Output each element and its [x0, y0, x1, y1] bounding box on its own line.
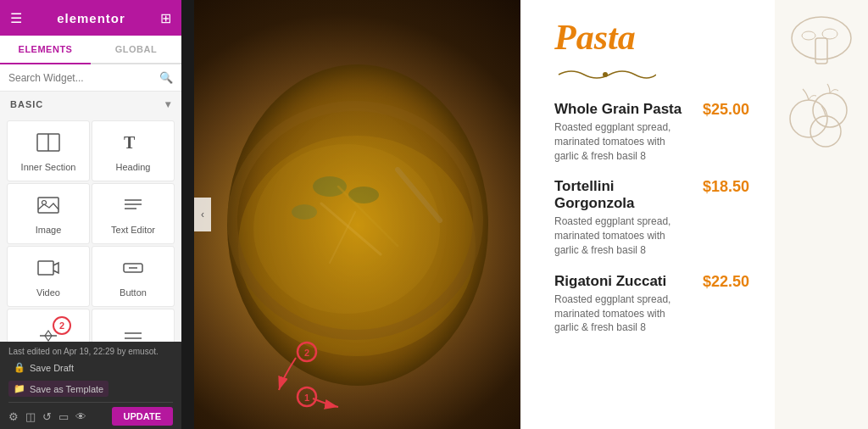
logo: elementor	[57, 11, 125, 25]
button-icon	[122, 259, 144, 282]
bottom-actions-2: 📁 Save as Template	[8, 381, 173, 397]
history-icon[interactable]: ↺	[42, 410, 52, 423]
menu-item-desc-2: Roasted eggplant spread, marinated tomat…	[554, 214, 690, 257]
grid-icon[interactable]: ⊞	[160, 10, 171, 26]
svg-point-29	[822, 29, 837, 39]
layers-icon[interactable]: ◫	[25, 410, 36, 423]
settings-icon[interactable]: ⚙	[8, 410, 19, 423]
text-editor-icon	[122, 196, 144, 220]
menu-divider	[554, 66, 749, 87]
section-header: BASIC ▾	[0, 92, 181, 117]
svg-point-20	[292, 204, 317, 220]
tomato-decoration	[779, 72, 864, 157]
widget-image[interactable]: Image	[7, 183, 90, 244]
preview-icon[interactable]: 👁	[75, 410, 86, 423]
top-bar: ☰ elementor ⊞	[0, 0, 181, 36]
widget-grid: Inner Section T Heading Image Text Edito…	[0, 117, 181, 342]
widget-divider1[interactable]	[7, 309, 90, 342]
tabs-bar: ELEMENTS GLOBAL	[0, 36, 181, 64]
menu-item-name-2: Tortellini Gorgonzola	[554, 178, 690, 212]
pasta-visual	[194, 0, 520, 429]
menu-item-details-1: Whole Grain Pasta Roasted eggplant sprea…	[554, 101, 690, 163]
hamburger-icon[interactable]: ☰	[10, 10, 22, 26]
menu-item-row-1: Whole Grain Pasta Roasted eggplant sprea…	[554, 101, 749, 163]
folder-icon: 📁	[14, 383, 25, 394]
left-panel: ☰ elementor ⊞ ELEMENTS GLOBAL 🔍 BASIC ▾ …	[0, 0, 181, 429]
dark-side-bar	[181, 0, 194, 429]
svg-text:T: T	[124, 133, 136, 152]
menu-item-price-2: $18.50	[703, 178, 749, 196]
search-icon: 🔍	[159, 71, 173, 84]
menu-title: Pasta	[554, 17, 749, 58]
lock-icon: 🔒	[14, 362, 25, 373]
widget-text-editor-label: Text Editor	[111, 225, 155, 235]
search-container: 🔍	[0, 64, 181, 92]
widget-heading-label: Heading	[116, 162, 151, 172]
section-label: BASIC	[10, 99, 43, 109]
search-input[interactable]	[8, 72, 159, 84]
video-icon	[37, 259, 59, 282]
menu-item-1: Whole Grain Pasta Roasted eggplant sprea…	[554, 101, 749, 163]
deco-area	[775, 0, 868, 429]
menu-item-name-1: Whole Grain Pasta	[554, 101, 690, 118]
last-edited-text: Last edited on Apr 19, 22:29 by emusot.	[8, 347, 173, 356]
menu-item-desc-3: Roasted eggplant spread, marinated tomat…	[554, 292, 690, 335]
svg-point-18	[313, 176, 347, 197]
mushroom-decoration	[783, 8, 860, 76]
menu-section: Pasta Whole Grain Pasta Roasted eggplant…	[520, 0, 775, 429]
svg-point-28	[802, 31, 815, 40]
menu-item-name-3: Rigatoni Zuccati	[554, 273, 690, 290]
divider2-icon	[122, 326, 144, 342]
image-icon	[37, 196, 59, 220]
tab-global[interactable]: GLOBAL	[91, 36, 181, 63]
svg-point-25	[603, 72, 608, 77]
widget-divider2[interactable]	[92, 309, 175, 342]
inner-section-icon	[36, 133, 60, 157]
widget-image-label: Image	[36, 225, 62, 235]
save-as-template-button[interactable]: 📁 Save as Template	[8, 381, 108, 397]
update-button[interactable]: UPDATE	[112, 407, 173, 426]
menu-item-row-3: Rigatoni Zuccati Roasted eggplant spread…	[554, 273, 749, 335]
widget-text-editor[interactable]: Text Editor	[92, 183, 175, 244]
food-image: ‹	[194, 0, 520, 429]
svg-point-31	[813, 93, 847, 127]
widget-heading[interactable]: T Heading	[92, 120, 175, 181]
menu-item-details-3: Rigatoni Zuccati Roasted eggplant spread…	[554, 273, 690, 335]
widget-video[interactable]: Video	[7, 246, 90, 307]
section-collapse-icon[interactable]: ▾	[165, 98, 171, 110]
widget-inner-section-label: Inner Section	[21, 162, 76, 172]
bottom-toolbar: ⚙ ◫ ↺ ▭ 👁 UPDATE	[8, 402, 173, 426]
tab-elements[interactable]: ELEMENTS	[0, 36, 91, 64]
annotation-badge-2: 2	[53, 316, 71, 335]
save-draft-button[interactable]: 🔒 Save Draft	[8, 359, 79, 376]
widget-button[interactable]: Button	[92, 246, 175, 307]
responsive-icon[interactable]: ▭	[58, 410, 69, 423]
heading-icon: T	[122, 133, 144, 157]
nav-arrow-left[interactable]: ‹	[194, 198, 211, 231]
svg-point-30	[790, 100, 827, 137]
widget-button-label: Button	[120, 287, 147, 298]
bottom-bar: Last edited on Apr 19, 22:29 by emusot. …	[0, 342, 181, 429]
menu-item-desc-1: Roasted eggplant spread, marinated tomat…	[554, 120, 690, 163]
menu-item-price-1: $25.00	[703, 101, 749, 119]
menu-item-3: Rigatoni Zuccati Roasted eggplant spread…	[554, 273, 749, 335]
menu-item-details-2: Tortellini Gorgonzola Roasted eggplant s…	[554, 178, 690, 257]
svg-rect-8	[38, 261, 53, 275]
bottom-actions: 🔒 Save Draft	[8, 359, 173, 376]
menu-item-price-3: $22.50	[703, 273, 749, 291]
svg-point-32	[810, 116, 841, 147]
widget-inner-section[interactable]: Inner Section	[7, 120, 90, 181]
widget-video-label: Video	[36, 287, 60, 298]
menu-item-2: Tortellini Gorgonzola Roasted eggplant s…	[554, 178, 749, 257]
canvas-wrapper: ‹ Pasta Whole Grain Pasta Roasted eggpla…	[181, 0, 868, 429]
menu-item-row-2: Tortellini Gorgonzola Roasted eggplant s…	[554, 178, 749, 257]
